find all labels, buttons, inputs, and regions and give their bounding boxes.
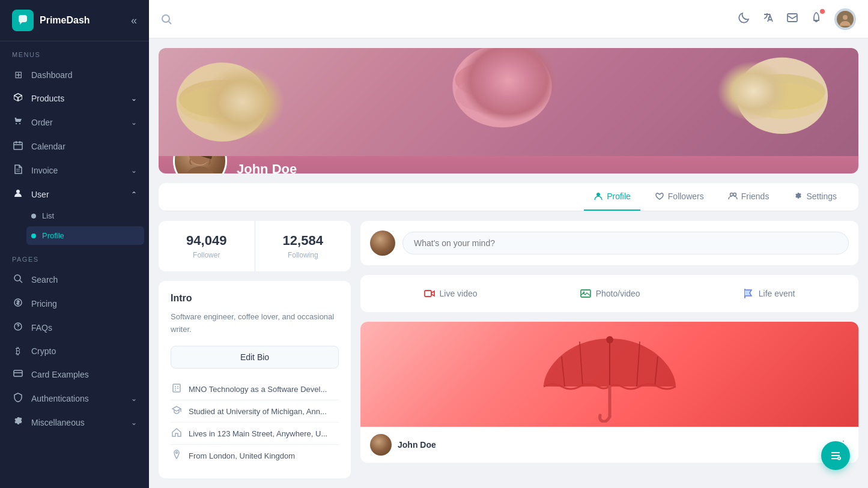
svg-point-22 xyxy=(596,193,600,196)
settings-fab-icon xyxy=(829,449,842,462)
follower-count: 94,049 xyxy=(171,233,243,249)
people-icon xyxy=(728,191,738,201)
home-icon xyxy=(171,427,183,439)
profile-tabs: Profile Followers Friends Settings xyxy=(159,183,858,211)
mail-icon[interactable] xyxy=(786,11,798,26)
gear-icon xyxy=(12,417,24,429)
video-icon xyxy=(424,288,435,299)
svg-rect-5 xyxy=(14,370,22,376)
graduation-icon xyxy=(171,405,183,417)
heart-icon xyxy=(655,191,664,201)
svg-point-9 xyxy=(843,15,848,20)
cart-icon xyxy=(12,116,24,128)
question-icon xyxy=(12,322,24,334)
live-video-button[interactable]: Live video xyxy=(414,283,487,304)
fab-button[interactable] xyxy=(821,441,850,470)
topbar xyxy=(149,0,868,38)
sidebar-item-user[interactable]: User ⌃ xyxy=(0,182,149,206)
user-chevron: ⌃ xyxy=(131,190,137,199)
sidebar-item-miscellaneous[interactable]: Miscellaneous ⌄ xyxy=(0,411,149,435)
user-avatar-topbar[interactable] xyxy=(834,8,856,30)
sidebar-item-authentications[interactable]: Authentications ⌄ xyxy=(0,387,149,411)
profile-name-area: John Doe Software Engineer xyxy=(237,161,306,173)
edit-bio-button[interactable]: Edit Bio xyxy=(171,346,339,369)
order-chevron: ⌄ xyxy=(131,118,137,127)
collapse-button[interactable]: « xyxy=(131,14,137,27)
profile-bottom: John Doe Software Engineer xyxy=(159,156,858,173)
follower-label: Follower xyxy=(171,251,243,259)
svg-point-6 xyxy=(162,15,169,22)
user-submenu: List Profile xyxy=(0,206,149,246)
sidebar-item-profile[interactable]: Profile xyxy=(26,226,144,245)
intro-bio: Software engineer, coffee lover, and occ… xyxy=(171,311,339,336)
sidebar-item-invoice[interactable]: Invoice ⌄ xyxy=(0,158,149,182)
post-image xyxy=(360,322,858,427)
search-box xyxy=(161,14,729,25)
umbrella-svg xyxy=(532,327,688,423)
info-row-home: Lives in 123 Main Street, Anywhere, U... xyxy=(171,423,339,445)
shield-icon xyxy=(12,393,24,405)
photo-icon xyxy=(580,288,591,299)
notification-badge xyxy=(820,9,825,14)
auth-chevron: ⌄ xyxy=(131,394,137,403)
list-dot xyxy=(31,214,36,218)
post-author-name: John Doe xyxy=(398,440,436,450)
following-stat: 12,584 Following xyxy=(255,221,351,271)
tab-settings[interactable]: Settings xyxy=(783,183,846,211)
box-icon xyxy=(12,92,24,104)
intro-card: Intro Software engineer, coffee lover, a… xyxy=(159,281,351,478)
svg-point-30 xyxy=(606,336,613,343)
sidebar-item-search[interactable]: Search xyxy=(0,268,149,292)
company-text: MNO Technology as a Software Devel... xyxy=(189,385,327,394)
person-icon xyxy=(593,191,603,201)
search-icon xyxy=(12,274,24,286)
compose-input[interactable] xyxy=(402,232,849,255)
following-count: 12,584 xyxy=(267,233,339,249)
tab-profile[interactable]: Profile xyxy=(584,183,640,211)
sidebar-item-list[interactable]: List xyxy=(31,206,149,225)
life-event-button[interactable]: Life event xyxy=(733,283,805,304)
tab-friends[interactable]: Friends xyxy=(718,183,779,211)
svg-rect-25 xyxy=(173,384,180,392)
svg-point-2 xyxy=(14,275,20,281)
post-author-row: John Doe ⋮ xyxy=(360,427,858,463)
settings-icon xyxy=(793,191,803,201)
sidebar-item-crypto[interactable]: ₿ Crypto xyxy=(0,340,149,363)
translate-icon[interactable] xyxy=(762,11,774,26)
action-bar: Live video Photo/video xyxy=(360,275,858,312)
left-column: 94,049 Follower 12,584 Following Intro S… xyxy=(159,221,351,478)
info-row-company: MNO Technology as a Software Devel... xyxy=(171,378,339,400)
sidebar-item-calendar[interactable]: Calendar xyxy=(0,134,149,158)
sidebar: PrimeDash « MENUS ⊞ Dashboard Products ⌄… xyxy=(0,0,149,488)
calendar-icon xyxy=(12,140,24,152)
sidebar-item-pricing[interactable]: Pricing xyxy=(0,292,149,316)
following-label: Following xyxy=(267,251,339,259)
compose-card xyxy=(360,221,858,265)
dollar-icon xyxy=(12,298,24,310)
svg-rect-7 xyxy=(788,14,797,22)
profile-dot xyxy=(31,233,36,238)
content-area: John Doe Software Engineer Profile Follo… xyxy=(149,38,868,488)
cover-photo xyxy=(159,48,858,156)
home-text: Lives in 123 Main Street, Anywhere, U... xyxy=(189,429,327,438)
logo-area: PrimeDash xyxy=(12,10,90,31)
user-icon xyxy=(12,188,24,200)
tab-followers[interactable]: Followers xyxy=(645,183,714,211)
file-icon xyxy=(12,164,24,176)
sidebar-item-dashboard[interactable]: ⊞ Dashboard xyxy=(0,63,149,86)
svg-point-24 xyxy=(733,193,736,196)
sidebar-item-products[interactable]: Products ⌄ xyxy=(0,86,149,110)
right-column: Live video Photo/video xyxy=(360,221,858,478)
dark-mode-icon[interactable] xyxy=(738,11,750,26)
sidebar-item-order[interactable]: Order ⌄ xyxy=(0,110,149,134)
photo-video-button[interactable]: Photo/video xyxy=(571,283,650,304)
crypto-icon: ₿ xyxy=(12,346,24,357)
sidebar-item-faqs[interactable]: FAQs xyxy=(0,316,149,340)
invoice-chevron: ⌄ xyxy=(131,166,137,175)
main-area: John Doe Software Engineer Profile Follo… xyxy=(149,0,868,488)
cover-decoration xyxy=(159,48,858,156)
sidebar-item-card-examples[interactable]: Card Examples xyxy=(0,363,149,387)
bell-icon[interactable] xyxy=(810,11,822,26)
profile-name: John Doe xyxy=(237,161,306,173)
logo-icon xyxy=(12,10,34,31)
